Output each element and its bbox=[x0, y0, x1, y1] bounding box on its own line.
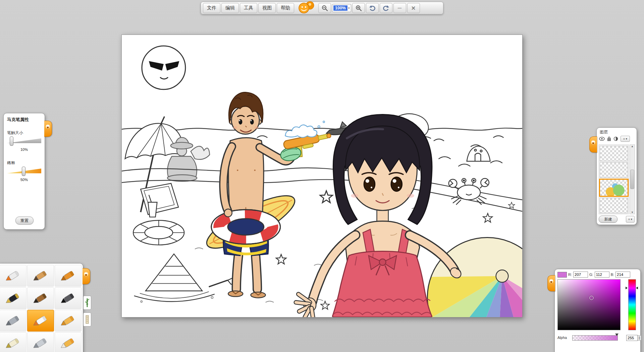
marker-properties-panel: 马克笔属性 笔触大小 10% 稀释 50% 重置 bbox=[3, 113, 45, 230]
scroll-thumb[interactable] bbox=[630, 170, 634, 189]
bamboo-icon bbox=[85, 298, 90, 308]
dilution-value: 50% bbox=[4, 178, 45, 182]
boy-figure[interactable] bbox=[201, 92, 334, 298]
zoom-in-button[interactable] bbox=[352, 3, 365, 13]
b-label: B: bbox=[611, 273, 614, 277]
alpha-slider[interactable] bbox=[572, 335, 618, 341]
minimize-icon: ─ bbox=[398, 5, 401, 11]
menu-tools[interactable]: 工具 bbox=[240, 3, 257, 13]
hue-marker-left[interactable] bbox=[626, 287, 628, 289]
scroll-icon bbox=[85, 314, 90, 325]
brush-panel bbox=[0, 263, 83, 352]
brush-size-thumb[interactable] bbox=[10, 136, 13, 146]
beach-mat[interactable] bbox=[141, 183, 178, 215]
layer-list bbox=[599, 144, 629, 214]
layer-item-2[interactable] bbox=[600, 162, 628, 178]
g-input[interactable] bbox=[595, 272, 609, 278]
layer-menu-icon[interactable]: ≡ ▾ bbox=[621, 136, 630, 142]
new-layer-button[interactable]: 新建 bbox=[599, 216, 618, 223]
brush-marker[interactable] bbox=[55, 265, 82, 287]
brush-pencil[interactable] bbox=[27, 265, 54, 287]
color-cursor[interactable] bbox=[589, 296, 594, 300]
main-toolbar: 文件 编辑 工具 视图 帮助 100% ▾ bbox=[201, 2, 443, 14]
minimize-button[interactable]: ─ bbox=[393, 3, 406, 13]
brush-category-scroll-button[interactable] bbox=[83, 312, 91, 327]
color-panel: R: G: B: Alpha ▲▼ bbox=[554, 269, 641, 352]
panel-drag-handle[interactable] bbox=[589, 136, 597, 153]
undo-icon bbox=[369, 5, 376, 11]
r-label: R: bbox=[568, 273, 572, 277]
panel-title: 马克笔属性 bbox=[4, 113, 45, 123]
layer-item-4[interactable] bbox=[600, 198, 628, 213]
menu-edit[interactable]: 编辑 bbox=[221, 3, 239, 13]
redo-button[interactable] bbox=[380, 3, 392, 13]
zoom-value[interactable]: 100% bbox=[333, 5, 347, 11]
panel-drag-handle[interactable] bbox=[44, 121, 52, 137]
current-color-swatch[interactable] bbox=[557, 272, 567, 278]
brush-grid bbox=[0, 263, 83, 352]
crab[interactable] bbox=[449, 178, 489, 204]
sand-pyramid[interactable] bbox=[134, 254, 215, 302]
brush-spray-gun[interactable] bbox=[0, 310, 26, 332]
zoom-dropdown-caret[interactable]: ▾ bbox=[348, 6, 350, 10]
hue-marker-right[interactable] bbox=[636, 287, 638, 289]
g-label: G: bbox=[589, 273, 593, 277]
undo-button[interactable] bbox=[366, 3, 379, 13]
mascot-icon[interactable] bbox=[297, 0, 317, 15]
brush-palette-knife[interactable] bbox=[27, 332, 54, 352]
menu-view[interactable]: 视图 bbox=[258, 3, 276, 13]
brush-airbrush[interactable] bbox=[0, 265, 26, 287]
brush-ink-brush[interactable] bbox=[55, 287, 82, 309]
zoom-out-icon bbox=[321, 5, 328, 11]
alpha-label: Alpha bbox=[557, 336, 567, 340]
brush-category-bamboo-button[interactable] bbox=[83, 296, 91, 310]
alpha-slider-thumb[interactable] bbox=[615, 334, 619, 336]
panel-drag-handle[interactable] bbox=[83, 268, 90, 284]
zoom-out-button[interactable] bbox=[318, 3, 331, 13]
menu-help[interactable]: 帮助 bbox=[277, 3, 294, 13]
brush-size-value: 10% bbox=[4, 148, 45, 152]
brush-fountain-pen[interactable] bbox=[0, 287, 26, 309]
brush-eraser[interactable] bbox=[55, 332, 82, 352]
beach-drawing[interactable] bbox=[122, 35, 522, 317]
sitting-figure[interactable] bbox=[167, 137, 210, 181]
scroll-down-icon[interactable]: ▼ bbox=[631, 211, 634, 214]
b-input[interactable] bbox=[615, 272, 630, 278]
brush-marker-selected[interactable] bbox=[27, 310, 54, 332]
visibility-eye-icon[interactable] bbox=[599, 137, 605, 141]
dilution-thumb[interactable] bbox=[22, 167, 25, 176]
sun[interactable] bbox=[142, 46, 185, 90]
zoom-level-box[interactable]: 100% ▾ bbox=[332, 4, 351, 12]
close-icon: ✕ bbox=[411, 5, 416, 11]
drawing-canvas[interactable] bbox=[121, 35, 523, 317]
layer-item-1[interactable] bbox=[600, 146, 628, 161]
dilution-slider[interactable] bbox=[7, 167, 41, 176]
reset-button[interactable]: 重置 bbox=[15, 217, 34, 225]
brush-roller[interactable] bbox=[55, 310, 82, 332]
saturation-value-picker[interactable] bbox=[557, 279, 621, 330]
alpha-input[interactable] bbox=[626, 335, 638, 341]
swim-ring[interactable] bbox=[211, 210, 280, 244]
brush-paint-brush[interactable] bbox=[27, 287, 54, 309]
hue-bar[interactable] bbox=[628, 279, 636, 330]
brush-paint-tube[interactable] bbox=[0, 332, 26, 352]
life-ring-outline[interactable] bbox=[133, 220, 184, 245]
alpha-spinner[interactable]: ▲▼ bbox=[638, 335, 641, 341]
panel-drag-handle[interactable] bbox=[547, 275, 555, 291]
r-input[interactable] bbox=[573, 272, 588, 278]
layer-scrollbar[interactable]: ▲ ▼ bbox=[630, 144, 635, 214]
close-button[interactable]: ✕ bbox=[407, 3, 420, 13]
menu-file[interactable]: 文件 bbox=[203, 3, 220, 13]
brush-size-slider[interactable] bbox=[7, 137, 41, 145]
layers-title: 图层 bbox=[597, 128, 637, 135]
dilution-label: 稀释 bbox=[7, 160, 15, 166]
sand-sculpture[interactable] bbox=[467, 146, 490, 161]
redo-icon bbox=[382, 5, 390, 11]
blend-contrast-icon[interactable] bbox=[613, 136, 618, 141]
layer-item-3-selected[interactable] bbox=[599, 179, 629, 197]
layers-panel: 图层 ≡ ▾ ▲ ▼ 新建 ≡ ▾ bbox=[596, 127, 637, 225]
lock-icon[interactable] bbox=[607, 136, 611, 141]
brush-size-label: 笔触大小 bbox=[7, 130, 23, 136]
layer-options-button[interactable]: ≡ ▾ bbox=[626, 216, 635, 223]
scroll-up-icon[interactable]: ▲ bbox=[631, 145, 634, 148]
